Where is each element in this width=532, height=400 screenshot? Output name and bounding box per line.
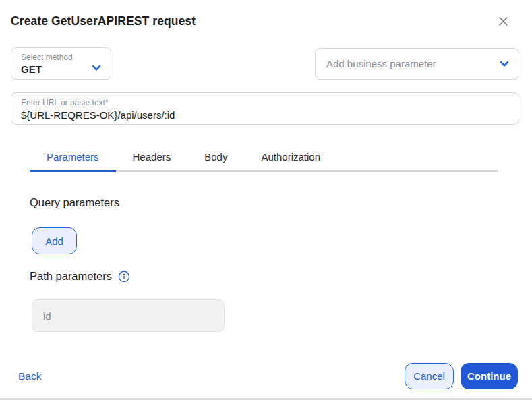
method-select-label: Select method: [21, 53, 73, 62]
url-input-label: Enter URL or paste text*: [21, 98, 109, 107]
tab-body[interactable]: Body: [187, 144, 244, 172]
method-select[interactable]: Select method GET: [11, 47, 111, 80]
chevron-down-icon: [91, 63, 102, 74]
path-parameter-value: id: [43, 300, 51, 331]
close-button[interactable]: [496, 16, 510, 29]
business-parameter-placeholder: Add business parameter: [326, 49, 436, 79]
path-parameter-field: id: [32, 299, 225, 332]
path-parameters-heading: Path parameters: [30, 270, 112, 283]
cancel-button[interactable]: Cancel: [405, 363, 454, 389]
method-select-value: GET: [21, 63, 42, 75]
continue-button[interactable]: Continue: [461, 363, 518, 389]
tab-headers[interactable]: Headers: [116, 144, 188, 172]
info-icon[interactable]: [118, 270, 130, 283]
request-tabs: Parameters Headers Body Authorization: [30, 144, 498, 172]
close-icon: [498, 16, 508, 28]
tab-parameters[interactable]: Parameters: [30, 144, 116, 172]
chevron-down-icon: [499, 59, 510, 69]
path-parameters-heading-row: Path parameters: [30, 270, 130, 283]
tab-authorization[interactable]: Authorization: [244, 144, 337, 172]
dialog-title: Create GetUserAPIREST request: [11, 14, 196, 28]
url-input-value: ${URL-REQRES-OK}/api/users/:id: [21, 109, 175, 121]
back-link[interactable]: Back: [18, 370, 41, 382]
add-query-parameter-button[interactable]: Add: [32, 227, 77, 254]
business-parameter-select[interactable]: Add business parameter: [315, 48, 519, 80]
url-input[interactable]: Enter URL or paste text* ${URL-REQRES-OK…: [11, 92, 519, 125]
create-request-dialog: Create GetUserAPIREST request Select met…: [0, 0, 532, 400]
query-parameters-heading: Query parameters: [30, 196, 119, 209]
